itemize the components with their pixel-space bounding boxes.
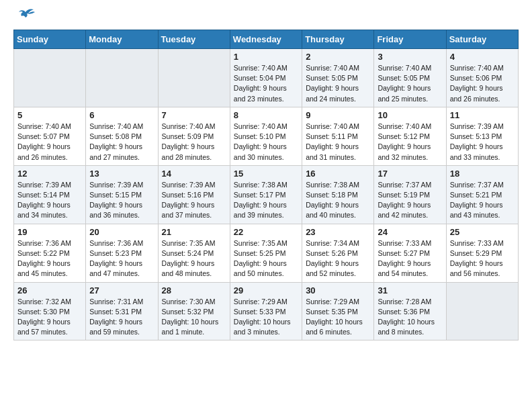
calendar-cell: 16Sunrise: 7:38 AM Sunset: 5:18 PM Dayli… [302,165,374,224]
weekday-header-sunday: Sunday [14,30,86,49]
calendar-cell [14,49,86,107]
calendar-cell: 21Sunrise: 7:35 AM Sunset: 5:24 PM Dayli… [158,224,230,282]
calendar-cell: 25Sunrise: 7:33 AM Sunset: 5:29 PM Dayli… [446,224,518,282]
day-info: Sunrise: 7:32 AM Sunset: 5:30 PM Dayligh… [17,297,82,338]
calendar-cell: 7Sunrise: 7:40 AM Sunset: 5:09 PM Daylig… [158,107,230,165]
day-number: 12 [17,169,82,179]
day-number: 28 [162,285,226,295]
calendar-cell: 30Sunrise: 7:29 AM Sunset: 5:35 PM Dayli… [302,282,374,340]
day-info: Sunrise: 7:40 AM Sunset: 5:06 PM Dayligh… [450,63,515,104]
calendar-cell: 9Sunrise: 7:40 AM Sunset: 5:11 PM Daylig… [302,107,374,165]
day-number: 1 [234,52,298,62]
day-number: 7 [162,110,226,120]
day-number: 8 [234,110,298,120]
day-number: 24 [378,227,442,237]
day-number: 13 [89,169,154,179]
calendar-cell: 23Sunrise: 7:34 AM Sunset: 5:26 PM Dayli… [302,224,374,282]
calendar-cell: 28Sunrise: 7:30 AM Sunset: 5:32 PM Dayli… [158,282,230,340]
weekday-header-wednesday: Wednesday [230,30,302,49]
day-number: 3 [378,52,442,62]
calendar-cell: 1Sunrise: 7:40 AM Sunset: 5:04 PM Daylig… [230,49,302,107]
calendar-cell: 27Sunrise: 7:31 AM Sunset: 5:31 PM Dayli… [86,282,158,340]
day-number: 31 [378,285,442,295]
calendar-week-5: 26Sunrise: 7:32 AM Sunset: 5:30 PM Dayli… [14,282,519,340]
logo-bird-icon [15,7,36,23]
day-info: Sunrise: 7:37 AM Sunset: 5:21 PM Dayligh… [450,180,515,221]
day-info: Sunrise: 7:39 AM Sunset: 5:16 PM Dayligh… [162,180,226,221]
day-info: Sunrise: 7:34 AM Sunset: 5:26 PM Dayligh… [306,238,370,279]
day-number: 16 [306,169,370,179]
day-number: 11 [450,110,515,120]
calendar-cell: 29Sunrise: 7:29 AM Sunset: 5:33 PM Dayli… [230,282,302,340]
day-info: Sunrise: 7:38 AM Sunset: 5:17 PM Dayligh… [234,180,298,221]
calendar: SundayMondayTuesdayWednesdayThursdayFrid… [13,30,519,340]
day-info: Sunrise: 7:36 AM Sunset: 5:22 PM Dayligh… [17,238,82,279]
day-number: 4 [450,52,515,62]
day-number: 10 [378,110,442,120]
calendar-cell: 10Sunrise: 7:40 AM Sunset: 5:12 PM Dayli… [374,107,446,165]
calendar-cell: 24Sunrise: 7:33 AM Sunset: 5:27 PM Dayli… [374,224,446,282]
day-info: Sunrise: 7:38 AM Sunset: 5:18 PM Dayligh… [306,180,370,221]
day-number: 6 [89,110,154,120]
weekday-header-tuesday: Tuesday [158,30,230,49]
day-number: 18 [450,169,515,179]
calendar-cell: 4Sunrise: 7:40 AM Sunset: 5:06 PM Daylig… [446,49,518,107]
day-number: 25 [450,227,515,237]
day-info: Sunrise: 7:40 AM Sunset: 5:11 PM Dayligh… [306,122,370,163]
calendar-cell: 20Sunrise: 7:36 AM Sunset: 5:23 PM Dayli… [86,224,158,282]
day-info: Sunrise: 7:40 AM Sunset: 5:05 PM Dayligh… [378,63,442,104]
day-number: 26 [17,285,82,295]
day-number: 22 [234,227,298,237]
day-info: Sunrise: 7:40 AM Sunset: 5:10 PM Dayligh… [234,122,298,163]
calendar-cell: 11Sunrise: 7:39 AM Sunset: 5:13 PM Dayli… [446,107,518,165]
day-number: 30 [306,285,370,295]
calendar-cell: 15Sunrise: 7:38 AM Sunset: 5:17 PM Dayli… [230,165,302,224]
day-info: Sunrise: 7:40 AM Sunset: 5:09 PM Dayligh… [162,122,226,163]
day-number: 14 [162,169,226,179]
day-info: Sunrise: 7:28 AM Sunset: 5:36 PM Dayligh… [378,297,442,338]
day-number: 5 [17,110,82,120]
day-info: Sunrise: 7:29 AM Sunset: 5:33 PM Dayligh… [234,297,298,338]
day-info: Sunrise: 7:40 AM Sunset: 5:04 PM Dayligh… [234,63,298,104]
day-info: Sunrise: 7:37 AM Sunset: 5:19 PM Dayligh… [378,180,442,221]
calendar-cell: 17Sunrise: 7:37 AM Sunset: 5:19 PM Dayli… [374,165,446,224]
day-info: Sunrise: 7:33 AM Sunset: 5:29 PM Dayligh… [450,238,515,279]
day-number: 20 [89,227,154,237]
weekday-header-monday: Monday [86,30,158,49]
day-info: Sunrise: 7:40 AM Sunset: 5:07 PM Dayligh… [17,122,82,163]
day-number: 23 [306,227,370,237]
calendar-cell: 12Sunrise: 7:39 AM Sunset: 5:14 PM Dayli… [14,165,86,224]
calendar-cell: 2Sunrise: 7:40 AM Sunset: 5:05 PM Daylig… [302,49,374,107]
day-number: 27 [89,285,154,295]
calendar-week-3: 12Sunrise: 7:39 AM Sunset: 5:14 PM Dayli… [14,165,519,224]
calendar-cell: 22Sunrise: 7:35 AM Sunset: 5:25 PM Dayli… [230,224,302,282]
calendar-cell [158,49,230,107]
day-info: Sunrise: 7:40 AM Sunset: 5:12 PM Dayligh… [378,122,442,163]
day-number: 19 [17,227,82,237]
calendar-cell: 6Sunrise: 7:40 AM Sunset: 5:08 PM Daylig… [86,107,158,165]
calendar-cell: 3Sunrise: 7:40 AM Sunset: 5:05 PM Daylig… [374,49,446,107]
day-number: 9 [306,110,370,120]
calendar-cell: 26Sunrise: 7:32 AM Sunset: 5:30 PM Dayli… [14,282,86,340]
day-number: 17 [378,169,442,179]
weekday-header-row: SundayMondayTuesdayWednesdayThursdayFrid… [14,30,519,49]
day-info: Sunrise: 7:35 AM Sunset: 5:24 PM Dayligh… [162,238,226,279]
calendar-week-1: 1Sunrise: 7:40 AM Sunset: 5:04 PM Daylig… [14,49,519,107]
calendar-cell: 14Sunrise: 7:39 AM Sunset: 5:16 PM Dayli… [158,165,230,224]
day-info: Sunrise: 7:29 AM Sunset: 5:35 PM Dayligh… [306,297,370,338]
calendar-cell: 8Sunrise: 7:40 AM Sunset: 5:10 PM Daylig… [230,107,302,165]
day-number: 21 [162,227,226,237]
calendar-cell: 18Sunrise: 7:37 AM Sunset: 5:21 PM Dayli… [446,165,518,224]
day-info: Sunrise: 7:31 AM Sunset: 5:31 PM Dayligh… [89,297,154,338]
day-info: Sunrise: 7:39 AM Sunset: 5:13 PM Dayligh… [450,122,515,163]
calendar-cell: 31Sunrise: 7:28 AM Sunset: 5:36 PM Dayli… [374,282,446,340]
day-info: Sunrise: 7:35 AM Sunset: 5:25 PM Dayligh… [234,238,298,279]
calendar-week-4: 19Sunrise: 7:36 AM Sunset: 5:22 PM Dayli… [14,224,519,282]
calendar-cell: 5Sunrise: 7:40 AM Sunset: 5:07 PM Daylig… [14,107,86,165]
weekday-header-saturday: Saturday [446,30,518,49]
page: SundayMondayTuesdayWednesdayThursdayFrid… [0,0,532,351]
day-info: Sunrise: 7:40 AM Sunset: 5:08 PM Dayligh… [89,122,154,163]
day-info: Sunrise: 7:33 AM Sunset: 5:27 PM Dayligh… [378,238,442,279]
calendar-cell: 13Sunrise: 7:39 AM Sunset: 5:15 PM Dayli… [86,165,158,224]
day-number: 2 [306,52,370,62]
